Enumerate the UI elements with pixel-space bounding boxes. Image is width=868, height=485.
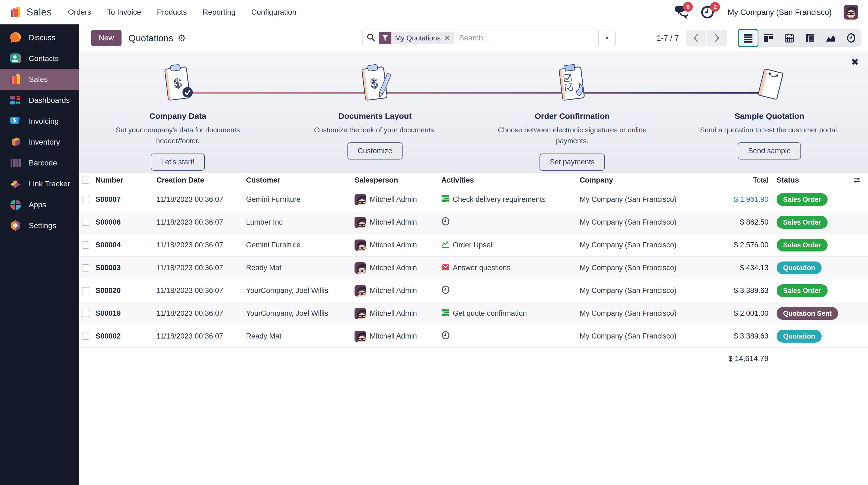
clipboard-signature-illustration xyxy=(551,61,594,111)
upsell-chart-icon xyxy=(441,240,450,250)
column-header-company[interactable]: Company xyxy=(580,176,699,184)
step-action-button[interactable]: Customize xyxy=(347,143,403,159)
row-activity[interactable]: Check delivery requirements xyxy=(441,194,580,205)
activity-view-icon[interactable] xyxy=(841,29,862,47)
row-activity[interactable]: Get quote confirmation xyxy=(441,308,580,319)
sidebar-item-invoicing[interactable]: $Invoicing xyxy=(0,111,79,131)
table-row[interactable]: S00006 11/18/2023 00:36:07 Lumber Inc Mi… xyxy=(79,211,868,234)
pager-range: 1-7 / 7 xyxy=(657,34,679,42)
top-menu-products[interactable]: Products xyxy=(157,8,187,17)
sidebar-item-discuss[interactable]: Discuss xyxy=(0,27,79,48)
sidebar-item-barcode[interactable]: Barcode xyxy=(0,152,79,173)
table-row[interactable]: S00007 11/18/2023 00:36:07 Gemini Furnit… xyxy=(79,188,868,211)
select-all-checkbox[interactable] xyxy=(82,177,89,184)
row-salesperson: Mitchell Admin xyxy=(354,308,441,319)
app-brand[interactable]: Sales xyxy=(10,6,52,19)
search-dropdown-toggle[interactable]: ▼ xyxy=(598,30,615,46)
company-switcher[interactable]: My Company (San Francisco) xyxy=(727,8,832,17)
row-customer: YourCompany, Joel Willis xyxy=(246,286,354,295)
row-number: S00002 xyxy=(95,332,156,340)
pivot-view-icon[interactable] xyxy=(800,29,820,47)
messages-icon[interactable]: 6 xyxy=(673,5,688,19)
settings-icon xyxy=(9,219,22,232)
salesperson-name: Mitchell Admin xyxy=(370,264,417,272)
row-company: My Company (San Francisco) xyxy=(580,195,699,204)
row-number: S00020 xyxy=(95,286,156,295)
link-tracker-icon xyxy=(9,178,22,190)
row-customer: Gemini Furniture xyxy=(246,241,354,249)
table-row[interactable]: S00020 11/18/2023 00:36:07 YourCompany, … xyxy=(79,279,868,302)
filter-funnel-icon xyxy=(379,32,392,44)
optional-columns-icon[interactable] xyxy=(854,176,868,185)
top-menu-orders[interactable]: Orders xyxy=(68,8,91,17)
row-customer: YourCompany, Joel Willis xyxy=(246,309,354,317)
clock-icon xyxy=(441,331,450,341)
search-input[interactable] xyxy=(454,34,598,42)
sidebar-item-dashboards[interactable]: Dashboards xyxy=(0,90,79,111)
column-header-customer[interactable]: Customer xyxy=(246,176,354,184)
list-view-icon[interactable] xyxy=(738,29,758,47)
row-checkbox[interactable] xyxy=(82,264,89,272)
sidebar-item-link-tracker[interactable]: Link Tracker xyxy=(0,173,79,194)
row-checkbox[interactable] xyxy=(82,219,89,226)
onboarding-step-1: $Company DataSet your company's data for… xyxy=(79,61,276,172)
row-activity[interactable] xyxy=(441,217,580,228)
step-action-button[interactable]: Set payments xyxy=(539,154,605,171)
user-avatar[interactable] xyxy=(844,5,858,20)
facet-remove-icon[interactable]: ✕ xyxy=(444,34,454,42)
top-menu-to-invoice[interactable]: To Invoice xyxy=(107,8,141,17)
salesperson-name: Mitchell Admin xyxy=(370,218,417,226)
column-header-status[interactable]: Status xyxy=(772,176,854,184)
row-number: S00006 xyxy=(95,218,156,226)
search-bar[interactable]: My Quotations ✕ ▼ xyxy=(362,30,616,47)
new-button[interactable]: New xyxy=(91,30,122,46)
onboarding-banner: ✖ $Company DataSet your company's data f… xyxy=(79,52,868,173)
column-header-total[interactable]: Total xyxy=(699,176,772,184)
sidebar-item-contacts[interactable]: Contacts xyxy=(0,48,79,69)
row-checkbox[interactable] xyxy=(82,333,89,340)
sidebar-item-sales[interactable]: Sales xyxy=(0,69,79,90)
row-activity[interactable]: Answer questions xyxy=(441,263,580,273)
table-row[interactable]: S00019 11/18/2023 00:36:07 YourCompany, … xyxy=(79,302,868,325)
page-title: Quotations xyxy=(129,33,173,43)
topbar-right: 6 2 My Company (San Francisco) xyxy=(673,5,858,20)
column-header-creation-date[interactable]: Creation Date xyxy=(156,176,246,184)
view-gear-icon[interactable]: ⚙ xyxy=(177,33,186,43)
row-checkbox[interactable] xyxy=(82,310,89,317)
status-badge: Sales Order xyxy=(777,284,828,297)
contacts-icon xyxy=(9,52,22,65)
svg-text:$: $ xyxy=(13,117,16,123)
pager-next-button[interactable] xyxy=(707,30,727,46)
row-activity[interactable] xyxy=(441,331,580,341)
table-row[interactable]: S00004 11/18/2023 00:36:07 Gemini Furnit… xyxy=(79,234,868,256)
row-activity[interactable] xyxy=(441,285,580,296)
row-checkbox[interactable] xyxy=(82,196,89,203)
top-menu-configuration[interactable]: Configuration xyxy=(251,8,297,17)
sidebar-item-settings[interactable]: Settings xyxy=(0,215,79,236)
row-checkbox[interactable] xyxy=(82,241,89,249)
table-row[interactable]: S00002 11/18/2023 00:36:07 Ready Mat Mit… xyxy=(79,325,868,348)
row-checkbox[interactable] xyxy=(82,287,89,294)
row-salesperson: Mitchell Admin xyxy=(354,217,441,228)
inventory-icon xyxy=(9,136,22,148)
kanban-view-icon[interactable] xyxy=(758,29,779,47)
row-salesperson: Mitchell Admin xyxy=(354,285,441,297)
column-header-activities[interactable]: Activities xyxy=(441,176,580,184)
status-badge: Sales Order xyxy=(777,239,828,251)
sample-bag-illustration xyxy=(748,61,791,111)
step-action-button[interactable]: Let's start! xyxy=(151,154,205,171)
column-header-salesperson[interactable]: Salesperson xyxy=(354,176,441,184)
step-action-button[interactable]: Send sample xyxy=(738,143,801,159)
column-header-number[interactable]: Number xyxy=(95,176,156,184)
pager-previous-button[interactable] xyxy=(686,30,706,46)
row-activity[interactable]: Order Upsell xyxy=(441,240,580,250)
table-row[interactable]: S00003 11/18/2023 00:36:07 Ready Mat Mit… xyxy=(79,256,868,279)
calendar-view-icon[interactable] xyxy=(779,29,800,47)
activities-clock-icon[interactable]: 2 xyxy=(701,5,716,19)
search-facet[interactable]: My Quotations ✕ xyxy=(379,32,454,44)
top-menu-reporting[interactable]: Reporting xyxy=(203,8,236,17)
graph-view-icon[interactable] xyxy=(820,29,841,47)
sidebar-item-apps[interactable]: Apps xyxy=(0,194,79,215)
sidebar-item-inventory[interactable]: Inventory xyxy=(0,131,79,152)
step-title: Company Data xyxy=(149,112,206,121)
